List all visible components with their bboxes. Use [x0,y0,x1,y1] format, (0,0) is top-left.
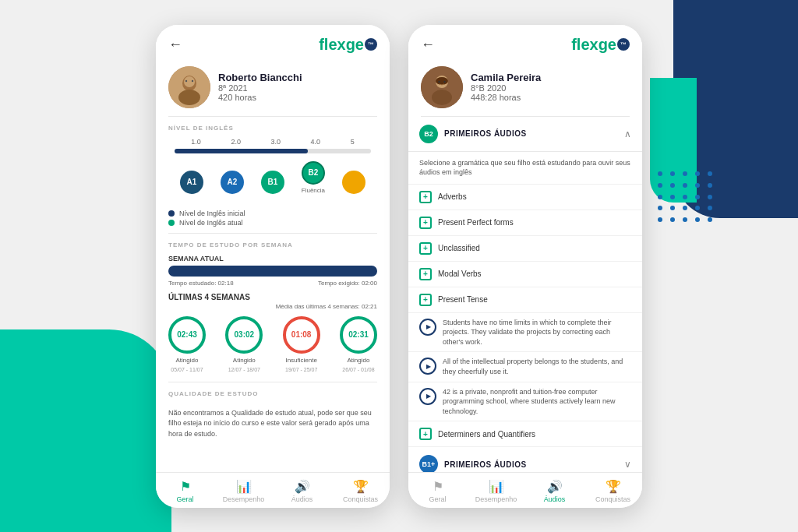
grammar-determiners-icon [419,428,432,440]
grammar-present-perfect-icon [419,217,432,229]
audio-2[interactable]: All of the intellectual property belongs… [408,352,642,382]
bg-teal-shape [0,329,171,532]
grammar-modal-verbs-icon [419,268,432,280]
week-1-circle: 02:43 [168,316,206,354]
phone-2: ← flexge ™ Camila Pereira [408,25,642,508]
nav-geral-label: Geral [176,495,193,503]
nav-geral-icon: ⚑ [180,479,191,494]
week-3: 01:08 Insuficiente 19/07 - 25/07 [283,316,320,372]
nav-desempenho-label: Desempenho [223,495,265,503]
grammar-modal-verbs-label: Modal Verbs [438,270,482,278]
phones-wrapper: ← flexge ™ Roberto Biancchi 8ª 20 [156,25,642,508]
nav2-geral-icon: ⚑ [433,479,443,494]
study-section: SEMANA ATUAL Tempo estudado: 02:18 Tempo… [156,252,390,375]
accordion-b2[interactable]: B2 PRIMEIROS ÁUDIOS ∧ [408,117,642,152]
nav2-conquistas-label: Conquistas [595,495,630,503]
grammar-adverbs[interactable]: Adverbs [408,185,642,210]
phone2-hours: 448:28 horas [471,93,541,102]
phone1-name: Roberto Biancchi [218,72,302,83]
week-4-circle: 02:31 [340,316,377,354]
avg-text: Média das últimas 4 semanas: 02:21 [168,303,377,310]
acc-b2-chevron: ∧ [624,129,631,139]
level-axis: 1.0 2.0 3.0 4.0 5 [168,138,377,146]
phone2-logo: flexge ™ [571,36,630,54]
phone-1: ← flexge ™ Roberto Biancchi 8ª 20 [156,25,390,508]
nav-geral[interactable]: ⚑ Geral [156,477,214,505]
play-btn-2[interactable] [419,358,436,375]
phone1-logo: flexge ™ [319,36,377,54]
audio-3-text: 42 is a private, nonprofit and tuition-f… [443,387,631,417]
badge-extra [342,171,365,194]
badge-a2: A2 [221,171,244,194]
grammar-determiners-label: Determiners and Quantifiers [438,430,535,439]
grammar-adverbs-label: Adverbs [438,192,467,201]
badge-b1-circle: B1 [261,171,284,194]
legend-dot-current [168,220,175,226]
avatar-illustration [168,66,210,108]
acc-b2-title: PRIMEIROS ÁUDIOS [444,129,624,138]
week-1: 02:43 Atingido 05/07 - 11/07 [168,316,206,372]
phone2-profile-info: Camila Pereira 8°B 2020 448:28 horas [471,72,541,102]
avatar2-illustration [421,66,463,108]
nav-audios-icon: 🔊 [295,479,310,494]
badge-b2-acc: B2 [419,125,438,143]
week-1-status: Atingido [176,357,199,364]
nav2-audios[interactable]: 🔊 Áudios [525,477,584,505]
level-fill [175,149,308,153]
svg-point-2 [178,90,200,105]
bg-dots-decoration [658,171,712,226]
phone2-grade: 8°B 2020 [471,83,541,93]
play-btn-1[interactable] [419,319,436,336]
phone2-back-button[interactable]: ← [421,37,435,53]
badge-b1: B1 [261,171,284,194]
phone1-bottom-nav: ⚑ Geral 📊 Desempenho 🔊 Áudios 🏆 Conquist… [156,472,390,508]
audio-1[interactable]: Students have no time limits in which to… [408,313,642,353]
week-2-circle: 03:02 [225,316,263,354]
level-legend: Nível de Inglês inicial Nível de Inglês … [156,206,390,233]
phone2-avatar [421,66,463,108]
nav2-conquistas-icon: 🏆 [606,479,621,494]
week-2: 03:02 Atingido 12/07 - 18/07 [225,316,263,372]
acc-b2-desc: Selecione a gramática que seu filho está… [408,152,642,185]
week-3-date: 19/07 - 25/07 [285,367,317,372]
grammar-modal-verbs[interactable]: Modal Verbs [408,262,642,287]
legend-dot-initial [168,210,175,217]
phone2-bottom-nav: ⚑ Geral 📊 Desempenho 🔊 Áudios 🏆 Conquist… [408,472,642,508]
phone1-profile: Roberto Biancchi 8ª 2021 420 horas [156,62,390,116]
phone1-back-button[interactable]: ← [168,37,182,53]
phone1-avatar [168,66,210,108]
phone2-profile: Camila Pereira 8°B 2020 448:28 horas [408,62,642,116]
english-level-label: NÍVEL DE INGLÊS [156,117,390,135]
week-3-status: Insuficiente [285,357,316,364]
nav2-audios-label: Áudios [544,495,566,503]
nav2-geral[interactable]: ⚑ Geral [408,477,467,505]
quality-text: Não encontramos a Qualidade de estudo at… [168,408,377,440]
nav2-conquistas[interactable]: 🏆 Conquistas [584,477,642,505]
phone1-grade: 8ª 2021 [218,83,302,93]
badge-a2-circle: A2 [221,171,244,194]
nav2-geral-label: Geral [429,495,446,503]
nav-conquistas[interactable]: 🏆 Conquistas [331,477,390,505]
quality-section: Não encontramos a Qualidade de estudo at… [156,403,390,445]
nav-desempenho-icon: 📊 [236,479,252,494]
nav-audios[interactable]: 🔊 Áudios [273,477,331,505]
accordion-b1plus[interactable]: B1+ PRIMEIROS ÁUDIOS ∨ [408,447,642,471]
nav2-desempenho-icon: 📊 [489,479,504,494]
svg-point-9 [436,77,448,85]
badge-b1plus-acc: B1+ [419,455,438,471]
logo-badge: ™ [365,38,377,51]
grammar-determiners[interactable]: Determiners and Quantifiers [408,421,642,447]
phone2-content: B2 PRIMEIROS ÁUDIOS ∧ Selecione a gramát… [408,117,642,472]
play-btn-3[interactable] [419,388,436,405]
svg-point-3 [184,76,195,87]
grammar-unclassified[interactable]: Unclassified [408,236,642,262]
badge-b2: B2 Fluência [302,161,325,194]
svg-point-10 [438,80,440,82]
nav2-desempenho[interactable]: 📊 Desempenho [467,477,525,505]
grammar-present-tense[interactable]: Present Tense [408,287,642,313]
nav-desempenho[interactable]: 📊 Desempenho [214,477,273,505]
week-3-circle: 01:08 [283,316,320,354]
grammar-present-perfect[interactable]: Present Perfect forms [408,210,642,236]
audio-3[interactable]: 42 is a private, nonprofit and tuition-f… [408,382,642,422]
phone1-hours: 420 horas [218,93,302,102]
